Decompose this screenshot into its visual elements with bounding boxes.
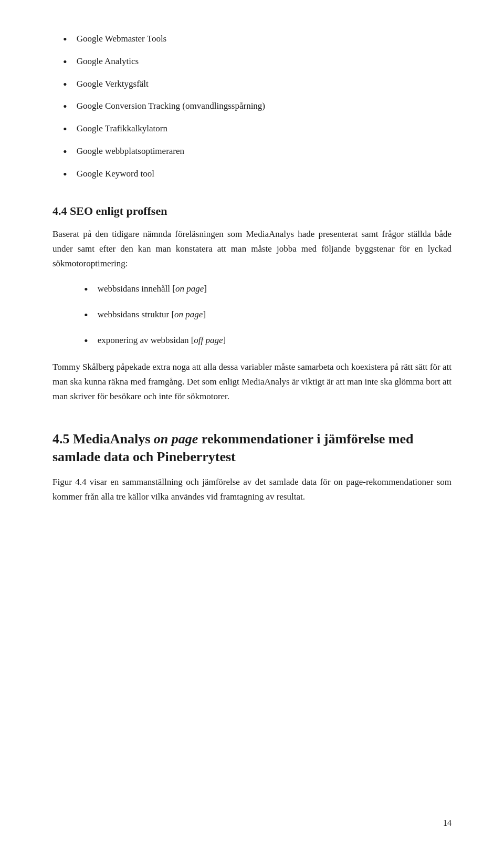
list-item-6: Google webbplatsoptimeraren <box>52 144 452 160</box>
sub-list-item-1: webbsidans innehåll [on page] <box>84 282 452 298</box>
top-bullet-list: Google Webmaster Tools Google Analytics … <box>52 32 452 183</box>
section-4-4-intro: Baserat på den tidigare nämnda föreläsni… <box>52 227 452 271</box>
section-4-5-paragraph: Figur 4.4 visar en sammanställning och j… <box>52 475 452 504</box>
page-number: 14 <box>443 816 452 830</box>
section-4-4-heading: 4.4 SEO enligt proffsen <box>52 204 452 219</box>
sub-bullet-list: webbsidans innehåll [on page] webbsidans… <box>84 282 452 349</box>
section-4-5-heading: 4.5 MediaAnalys on page rekommendationer… <box>52 430 452 466</box>
list-item-3: Google Verktygsfält <box>52 77 452 93</box>
list-item-1: Google Webmaster Tools <box>52 32 452 48</box>
list-item-7: Google Keyword tool <box>52 167 452 183</box>
section-4-4-paragraph1: Tommy Skålberg påpekade extra noga att a… <box>52 360 452 404</box>
list-item-4: Google Conversion Tracking (omvandlingss… <box>52 99 452 115</box>
sub-list-item-2: webbsidans struktur [on page] <box>84 307 452 324</box>
sub-list-item-3: exponering av webbsidan [off page] <box>84 333 452 349</box>
list-item-5: Google Trafikkalkylatorn <box>52 121 452 138</box>
list-item-2: Google Analytics <box>52 54 452 70</box>
